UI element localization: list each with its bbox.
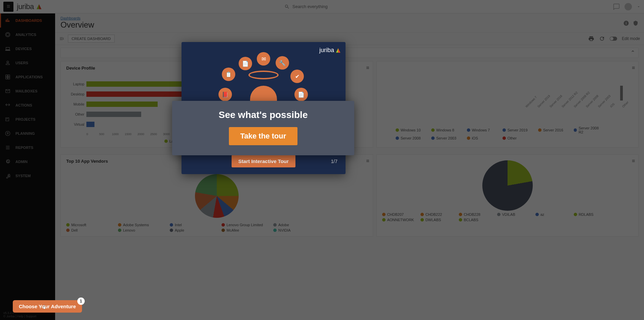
tour-illustration: juriba 📋 📄 ✉ 🔧 ✔ 📕 📄: [182, 42, 346, 109]
tour-step-counter: 1/7: [331, 159, 337, 164]
take-tour-button[interactable]: Take the tour: [229, 127, 298, 145]
svg-marker-5: [338, 48, 340, 52]
halo-icon: [248, 71, 279, 79]
wrench-icon: 🔧: [276, 56, 289, 70]
check-circle-icon: ✔: [290, 70, 304, 83]
popover-heading: See what's possible: [179, 110, 348, 120]
cursor-pointer-icon: [41, 304, 47, 313]
tour-logo: juriba: [319, 47, 341, 54]
envelope-icon: ✉: [257, 52, 270, 66]
start-tour-button[interactable]: Start Interactive Tour: [232, 155, 295, 167]
adventure-label: Choose Your Adventure: [19, 304, 76, 309]
adventure-badge: 1: [77, 297, 85, 305]
tour-logo-text: juriba: [319, 47, 334, 54]
pdf-icon: 📕: [218, 88, 232, 101]
tour-popover: See what's possible Take the tour: [172, 101, 354, 155]
choose-adventure-button[interactable]: Choose Your Adventure 1: [13, 300, 82, 313]
document-icon: 📄: [239, 57, 252, 70]
clipboard-icon: 📋: [222, 68, 235, 81]
file-icon: 📄: [294, 88, 308, 101]
tour-actions: Start Interactive Tour 1/7: [182, 155, 346, 167]
logo-triangle-icon: [335, 48, 341, 53]
